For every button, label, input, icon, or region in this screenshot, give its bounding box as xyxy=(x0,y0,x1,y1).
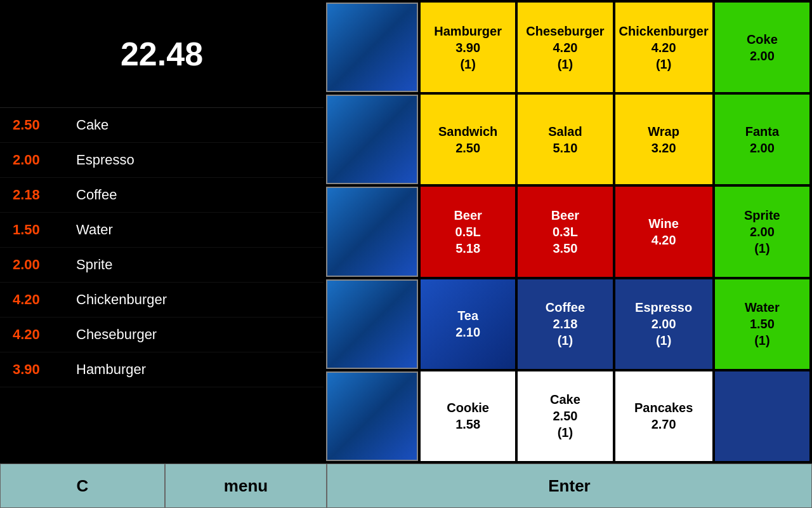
order-item-name: Sprite xyxy=(76,257,112,273)
total-display: 22.48 xyxy=(0,0,324,108)
order-item-price: 2.00 xyxy=(13,152,63,168)
total-value: 22.48 xyxy=(121,35,203,73)
blue-cell-3[interactable] xyxy=(326,187,418,276)
order-item[interactable]: 2.00 Espresso xyxy=(0,143,324,178)
menu-button[interactable]: menu xyxy=(165,464,327,508)
order-item-name: Cake xyxy=(76,117,108,133)
blue-column xyxy=(326,3,418,461)
grid-item-19[interactable]: Pancakes2.70 xyxy=(615,371,712,461)
grid-item-3[interactable]: Chickenburger4.20(1) xyxy=(615,3,712,92)
main-area: 22.48 2.50 Cake 2.00 Espresso 2.18 Coffe… xyxy=(0,0,812,464)
order-list: 2.50 Cake 2.00 Espresso 2.18 Coffee 1.50… xyxy=(0,108,324,464)
grid-item-20[interactable] xyxy=(715,371,809,461)
order-item-price: 1.50 xyxy=(13,222,63,238)
item-grid: Hamburger3.90(1)Cheseburger4.20(1)Chicke… xyxy=(421,3,809,461)
blue-cell-5[interactable] xyxy=(326,371,418,461)
grid-item-2[interactable]: Cheseburger4.20(1) xyxy=(518,3,612,92)
order-item-name: Chickenburger xyxy=(76,291,167,308)
grid-item-7[interactable]: Wrap3.20 xyxy=(615,95,712,184)
clear-button[interactable]: C xyxy=(0,464,165,508)
order-item[interactable]: 1.50 Water xyxy=(0,213,324,248)
right-panel: Hamburger3.90(1)Cheseburger4.20(1)Chicke… xyxy=(324,0,812,464)
grid-item-6[interactable]: Salad5.10 xyxy=(518,95,612,184)
bottom-bar: C menu Enter xyxy=(0,464,812,508)
grid-item-1[interactable]: Hamburger3.90(1) xyxy=(421,3,515,92)
order-item[interactable]: 3.90 Hamburger xyxy=(0,352,324,387)
order-item-name: Cheseburger xyxy=(76,326,157,343)
grid-item-8[interactable]: Fanta2.00 xyxy=(715,95,809,184)
blue-cell-2[interactable] xyxy=(326,95,418,184)
grid-item-12[interactable]: Sprite2.00(1) xyxy=(715,187,809,276)
grid-item-16[interactable]: Water1.50(1) xyxy=(715,279,809,369)
order-item-name: Espresso xyxy=(76,152,134,168)
blue-cell-4[interactable] xyxy=(326,279,418,369)
grid-item-15[interactable]: Espresso2.00(1) xyxy=(615,279,712,369)
enter-button[interactable]: Enter xyxy=(327,464,812,508)
grid-item-18[interactable]: Cake2.50(1) xyxy=(518,371,612,461)
grid-item-5[interactable]: Sandwich2.50 xyxy=(421,95,515,184)
order-item-name: Coffee xyxy=(76,187,117,203)
order-item-price: 2.50 xyxy=(13,117,63,133)
grid-item-17[interactable]: Cookie1.58 xyxy=(421,371,515,461)
order-item[interactable]: 4.20 Cheseburger xyxy=(0,318,324,352)
blue-cell-1[interactable] xyxy=(326,3,418,92)
grid-item-9[interactable]: Beer0.5L5.18 xyxy=(421,187,515,276)
grid-item-14[interactable]: Coffee2.18(1) xyxy=(518,279,612,369)
order-item-name: Hamburger xyxy=(76,361,146,378)
grid-item-4[interactable]: Coke2.00 xyxy=(715,3,809,92)
grid-item-13[interactable]: Tea2.10 xyxy=(421,279,515,369)
order-item-price: 2.00 xyxy=(13,257,63,273)
order-item[interactable]: 4.20 Chickenburger xyxy=(0,283,324,318)
order-item[interactable]: 2.00 Sprite xyxy=(0,248,324,283)
grid-item-11[interactable]: Wine4.20 xyxy=(615,187,712,276)
order-item[interactable]: 2.18 Coffee xyxy=(0,178,324,213)
order-item[interactable]: 2.50 Cake xyxy=(0,108,324,143)
order-item-price: 4.20 xyxy=(13,291,63,308)
order-item-price: 4.20 xyxy=(13,326,63,343)
grid-item-10[interactable]: Beer0.3L3.50 xyxy=(518,187,612,276)
order-item-price: 3.90 xyxy=(13,361,63,378)
order-item-name: Water xyxy=(76,222,113,238)
order-item-price: 2.18 xyxy=(13,187,63,203)
left-panel: 22.48 2.50 Cake 2.00 Espresso 2.18 Coffe… xyxy=(0,0,324,464)
